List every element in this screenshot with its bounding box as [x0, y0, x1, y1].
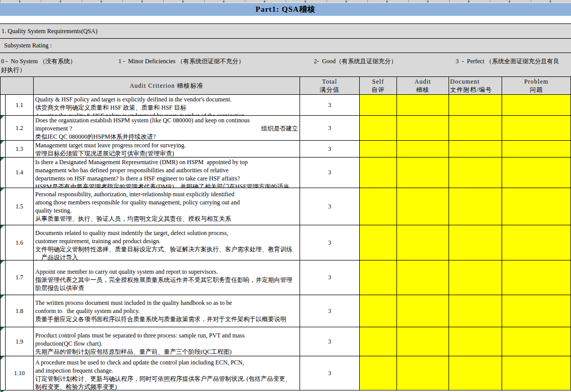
self-score-cell[interactable]: [360, 295, 397, 327]
rating-scale-row: 0 - No System （没有系统） 1 - Minor Deficienc…: [0, 53, 571, 76]
error-indicator-triangle-icon: [1, 116, 4, 119]
table-header-row: Audit Criterion 稽核标准 Total 满分值 Self 自评 A…: [0, 77, 571, 95]
problem-cell[interactable]: [502, 295, 571, 327]
audit-score-cell[interactable]: [397, 327, 449, 356]
self-score-cell[interactable]: [360, 188, 397, 225]
criterion-cell: Management target must leave progress re…: [34, 141, 300, 158]
table-row: 1.7Appoint one member to carry out quali…: [0, 260, 571, 295]
document-cell[interactable]: [449, 141, 502, 158]
table-row: 1.6Documents related to quality must ind…: [0, 225, 571, 260]
document-cell[interactable]: [449, 158, 502, 188]
document-cell[interactable]: [449, 188, 502, 225]
total-header-zh: 满分值: [320, 86, 340, 94]
document-cell[interactable]: [449, 116, 502, 141]
marker-cell: [1, 356, 6, 390]
criterion-cell: Personal responsibility, authorization, …: [34, 188, 300, 225]
total-score-cell: 3: [300, 158, 360, 188]
criterion-text-line: Does the organization establish HSPM sys…: [35, 116, 298, 124]
problem-cell[interactable]: [502, 141, 571, 158]
total-score-cell: 3: [300, 141, 360, 158]
problem-cell[interactable]: [502, 188, 571, 225]
audit-score-cell[interactable]: [397, 356, 449, 390]
problem-cell[interactable]: [502, 260, 571, 295]
audit-table: Audit Criterion 稽核标准 Total 满分值 Self 自评 A…: [0, 76, 571, 390]
criterion-text-line: 供货商文件明确定义质量和 HSF 政策、质量和 HSF 目标: [35, 103, 298, 112]
self-score-cell[interactable]: [360, 225, 397, 260]
audit-score-cell[interactable]: [397, 116, 449, 141]
table-row: 1.5Personal responsibility, authorizatio…: [0, 188, 571, 225]
criterion-cell: Procduct control plans must be separated…: [34, 327, 300, 356]
problem-header-en: Problem: [524, 77, 549, 86]
row-number: 1.4: [6, 158, 34, 188]
criterion-text-line: 文件明确定义管制特性选择、质量目标设定方式、验证解决方案执行、客户需求处理、教育…: [35, 245, 298, 253]
section-heading: 1. Quality System Requirements(QSA): [2, 28, 97, 35]
document-cell[interactable]: [449, 95, 502, 116]
problem-cell[interactable]: [502, 356, 571, 390]
marker-cell: [1, 327, 6, 356]
audit-score-cell[interactable]: [397, 95, 449, 116]
table-row: 1.3Management target must leave progress…: [0, 141, 571, 158]
row-number: 1.8: [6, 295, 34, 327]
document-cell[interactable]: [449, 295, 502, 327]
spreadsheet-view: Part1: QSA稽核 1. Quality System Requireme…: [0, 0, 571, 392]
table-row: 1.2Does the organization establish HSPM …: [0, 116, 571, 141]
audit-score-cell[interactable]: [397, 158, 449, 188]
table-row: 1.4Is there a Designated Management Repr…: [0, 158, 571, 188]
row-number: 1.1: [6, 95, 34, 116]
marker-cell: [1, 158, 6, 188]
marker-cell: [1, 188, 6, 225]
rating-item-3-wrapped-text: 好执行）: [1, 66, 26, 74]
error-indicator-triangle-icon: [1, 225, 4, 229]
document-cell[interactable]: [449, 260, 502, 295]
error-indicator-triangle-icon: [1, 295, 4, 299]
criterion-text-line: Assuring the quality & HSF policy is und…: [35, 112, 298, 116]
audit-column-header: Audit 稽核: [397, 77, 449, 95]
problem-cell[interactable]: [502, 158, 571, 188]
document-cell[interactable]: [449, 327, 502, 356]
criterion-column-header: Audit Criterion 稽核标准: [34, 77, 300, 95]
criterion-text-line: Quality & HSF policy and target is expli…: [35, 95, 298, 103]
self-header-zh: 自评: [371, 86, 385, 94]
error-indicator-triangle-icon: [1, 188, 4, 192]
self-score-cell[interactable]: [360, 116, 397, 141]
self-score-cell[interactable]: [360, 327, 397, 356]
criterion-text-line: and inspection frequent change.: [35, 367, 298, 375]
criterion-text-line: Appoint one member to carry out quality …: [35, 268, 298, 276]
self-score-cell[interactable]: [360, 356, 397, 390]
problem-cell[interactable]: [502, 225, 571, 260]
row-number: 1.10: [6, 356, 34, 390]
row-number: 1.6: [6, 225, 34, 260]
criterion-cell: Is there a Designated Management Represe…: [34, 158, 300, 188]
audit-header-en: Audit: [414, 77, 431, 86]
criterion-text-line: conform to the quality system and policy…: [35, 307, 298, 315]
criterion-text-line: A procedure must be used to check and up…: [35, 358, 298, 367]
criterion-text-line: The written process document must includ…: [35, 299, 298, 307]
audit-score-cell[interactable]: [397, 295, 449, 327]
total-header-en: Total: [322, 77, 337, 86]
self-score-cell[interactable]: [360, 141, 397, 158]
criterion-text-line: Is there a Designated Management Represe…: [35, 158, 298, 166]
problem-cell[interactable]: [502, 95, 571, 116]
problem-cell[interactable]: [502, 327, 571, 356]
criterion-cell: A procedure must be used to check and up…: [34, 356, 300, 390]
audit-score-cell[interactable]: [397, 260, 449, 295]
document-cell[interactable]: [449, 225, 502, 260]
document-cell[interactable]: [449, 356, 502, 390]
marker-cell: [1, 225, 6, 260]
audit-score-cell[interactable]: [397, 225, 449, 260]
self-score-cell[interactable]: [360, 158, 397, 188]
audit-header-zh: 稽核: [416, 86, 430, 94]
audit-score-cell[interactable]: [397, 141, 449, 158]
problem-cell[interactable]: [502, 116, 571, 141]
criterion-text-line: Personal responsibility, authorization, …: [35, 190, 298, 198]
self-score-cell[interactable]: [360, 260, 397, 295]
criterion-cell: Documents related to quality must indent…: [34, 225, 300, 260]
total-score-cell: 3: [300, 295, 360, 327]
error-indicator-triangle-icon: [1, 158, 4, 161]
table-row: 1.1Quality & HSF policy and target is ex…: [0, 95, 571, 116]
self-score-cell[interactable]: [360, 95, 397, 116]
audit-score-cell[interactable]: [397, 188, 449, 225]
criterion-text-line: Documents related to quality must indent…: [35, 229, 298, 237]
criterion-text-line: 指派管理代表之其中一员，完全授权推展质量系统运作并不受其它职务责任影响，并定期向…: [35, 276, 298, 284]
table-row: 1.8The written process document must inc…: [0, 295, 571, 327]
